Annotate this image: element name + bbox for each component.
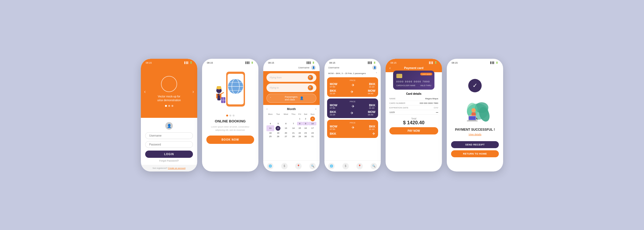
flight-card-2[interactable]: PRICE MOW 07:50 ✈ BKK 21:10 BKK 22:2	[327, 98, 378, 118]
phone-search: 08:15 ▌▌▌ 🔋 Username 👤 Flying from 🔍 Fly…	[263, 59, 320, 171]
globe-nav-icon[interactable]: 🌐	[267, 163, 273, 169]
booking-title: ONLINE BOOKING	[215, 119, 246, 123]
cal-week-2: 4 5 6 7 8 9 10	[266, 122, 316, 125]
dep-code-2a: MOW	[330, 104, 337, 107]
status-bar-5: 08:15 ▌▌▌ 🔋	[386, 59, 442, 65]
success-illustration	[459, 96, 491, 123]
search-nav-icon-4[interactable]: 🔍	[371, 163, 377, 169]
name-value: Magna Aliqua	[425, 97, 438, 100]
arr-time-1b: 04:40	[368, 92, 375, 95]
dot-3[interactable]	[171, 105, 173, 107]
day-fri: Fri	[297, 112, 302, 116]
dep-time-3a: 07:50	[330, 128, 337, 130]
search-icon-from[interactable]: 🔍	[308, 75, 313, 80]
calendar-nav: ‹ Month ›	[266, 107, 316, 111]
dep-code-3b: BKK	[330, 132, 336, 135]
route-info-text: MOW – BKK, 3 – 20 Feb, 2 passengers	[328, 72, 366, 75]
phones-container: 08:15 ▌▌▌ 🔋 ‹ Vector mock-up for ui/ux d…	[133, 48, 511, 182]
arr-code-3a: BKK	[369, 125, 375, 128]
day-sun: Sun	[309, 112, 316, 116]
username-input[interactable]	[145, 132, 193, 139]
day-sat: Sat	[302, 112, 309, 116]
expand-icon[interactable]: ˅	[376, 72, 377, 75]
flight-card-1[interactable]: PRICE MOW 07:50 ✈ BKK 21:10 BKK 22:2	[327, 77, 378, 97]
passengers-label: Passengers and class	[285, 96, 298, 101]
card-details-title: Card details	[389, 92, 438, 95]
booking-dot-2[interactable]	[229, 115, 231, 116]
dep-code-2b: BKK	[330, 110, 336, 114]
booking-dot-1[interactable]	[226, 115, 228, 116]
cvv-value: •••	[436, 111, 438, 114]
prev-month-arrow[interactable]: ‹	[266, 107, 268, 111]
password-input[interactable]	[145, 141, 193, 148]
price-label-1: PRICE	[330, 79, 375, 81]
name-label: NAME	[389, 97, 396, 100]
not-registered-text: Not registered?	[153, 167, 167, 169]
return-home-button[interactable]: RETURN TO HOME	[451, 150, 499, 157]
name-detail-row: NAME Magna Aliqua	[389, 97, 438, 101]
flight-route-3a: MOW 07:50 ✈ BKK 21:10	[330, 125, 375, 130]
flying-from-row[interactable]: Flying from 🔍	[266, 73, 316, 82]
arr-code-2a: BKK	[369, 104, 375, 107]
svg-rect-16	[217, 86, 221, 89]
dollar-nav-icon-4[interactable]: $	[342, 163, 349, 169]
view-details-link[interactable]: View details	[469, 133, 481, 136]
svg-point-20	[471, 108, 476, 112]
booking-dot-3[interactable]	[233, 115, 235, 116]
user-avatar-3[interactable]: 👤	[311, 65, 316, 70]
dot-2[interactable]	[168, 105, 170, 107]
status-bar-4: 08:15 ▌▌▌ 🔋	[324, 59, 381, 65]
dollar-nav-icon[interactable]: $	[281, 163, 288, 169]
svg-rect-27	[467, 121, 478, 121]
arr-code-1a: BKK	[369, 82, 375, 86]
arr-time-2b: 04:40	[368, 114, 375, 116]
dep-code-1b: BKK	[330, 89, 336, 92]
flight-card-3[interactable]: PRICE MOW 07:50 ✈ BKK 21:10 BKK	[327, 120, 378, 138]
next-arrow-icon[interactable]: ›	[192, 89, 194, 94]
price-label-2: PRICE	[330, 101, 375, 103]
svg-rect-9	[216, 94, 218, 98]
payment-title: Payment card	[404, 66, 423, 70]
mock-text: Vector mock-up for ui/ux demonstration	[157, 95, 181, 102]
login-button[interactable]: LOGIN	[145, 151, 193, 158]
valid-thru-label: VALID THRU	[420, 85, 431, 86]
globe-nav-icon-4[interactable]: 🌐	[328, 163, 335, 169]
next-month-arrow[interactable]: ›	[315, 107, 316, 111]
cal-week-3: 11 12 13 14 15 16 17	[266, 125, 316, 131]
card-number-display: 0000 0000 0000 7890	[396, 80, 431, 83]
arr-time-3a: 21:10	[369, 128, 375, 130]
flight-route-1a: MOW 07:50 ✈ BKK 21:10	[330, 82, 375, 88]
phone1-footer: Not registered? Create an account	[141, 165, 197, 171]
cardholder-label: CARDHOLDER NAME	[396, 85, 415, 86]
pay-now-button[interactable]: PAY NOW	[389, 127, 438, 134]
search-icon-to[interactable]: 🔍	[308, 85, 313, 90]
total-label: Total	[386, 117, 442, 120]
dep-time-2b: 22:25	[330, 114, 336, 116]
booking-illustration	[211, 69, 249, 112]
arr-time-2a: 21:10	[369, 107, 375, 109]
flights-list: PRICE MOW 07:50 ✈ BKK 21:10 BKK 22:2	[324, 76, 381, 160]
cal-today-3[interactable]: 3	[310, 116, 315, 121]
forgot-password-text[interactable]: Forgot Password?	[159, 159, 179, 162]
calendar-section: ‹ Month › Mon Tue Wed Thu Fri Sat Sun	[263, 105, 320, 160]
flying-to-label: Flying to	[270, 86, 306, 89]
dot-1[interactable]	[165, 105, 167, 107]
card-details-section: Card details NAME Magna Aliqua CARD NUMB…	[386, 92, 442, 116]
send-receipt-button[interactable]: SEND RECEIPT	[451, 141, 499, 148]
back-arrow-icon[interactable]: ‹	[389, 66, 391, 70]
status-bar-2: 08:15 ▌▌▌ 🔋	[202, 59, 258, 65]
prev-arrow-icon[interactable]: ‹	[144, 89, 146, 94]
dep-code-3a: MOW	[330, 125, 337, 128]
passengers-row[interactable]: ˅ Passengers and class 👤	[266, 94, 316, 103]
search-nav-icon[interactable]: 🔍	[309, 163, 316, 169]
total-amount: $ 1420.40	[386, 120, 442, 126]
expiry-detail-row: EXPIRATION DATE CVV	[389, 107, 438, 110]
status-time-4: 08:15	[329, 61, 335, 64]
book-now-button[interactable]: BOOK NOW	[206, 136, 254, 144]
create-account-link[interactable]: Create an account	[168, 167, 185, 169]
user-avatar-4[interactable]: 👤	[372, 65, 377, 70]
location-nav-icon-4[interactable]: 📍	[356, 163, 363, 169]
cal-selected-12[interactable]: 12	[276, 126, 280, 131]
flying-to-row[interactable]: Flying to 🔍	[266, 83, 316, 92]
location-nav-icon[interactable]: 📍	[295, 163, 302, 169]
